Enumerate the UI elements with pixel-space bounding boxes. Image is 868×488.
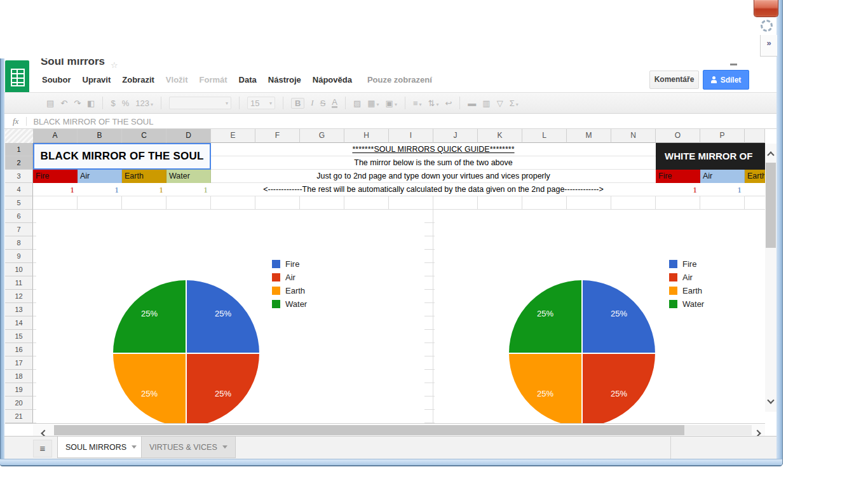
row-header-12[interactable]: 12 xyxy=(5,290,33,303)
cell-air-right[interactable]: Air xyxy=(700,170,745,183)
gear-icon[interactable] xyxy=(761,20,773,32)
horizontal-scrollbar-thumb[interactable] xyxy=(54,425,684,435)
column-header-P[interactable]: P xyxy=(700,129,745,143)
fill-color-icon[interactable]: ▨ xyxy=(353,98,361,108)
font-size-select[interactable]: 15▾ xyxy=(247,97,275,109)
tab-soul-mirrors[interactable]: SOUL MIRRORS xyxy=(57,437,145,458)
cell-earth-value[interactable]: 1 xyxy=(122,183,166,196)
paint-format-icon[interactable]: ◧ xyxy=(87,98,95,108)
column-header-D[interactable]: D xyxy=(166,129,211,143)
row-header-4[interactable]: 4 xyxy=(5,183,33,196)
column-header-partial[interactable] xyxy=(745,129,765,143)
filter-icon[interactable]: ▽ xyxy=(497,98,503,108)
row-header-5[interactable]: 5 xyxy=(5,196,33,210)
menu-zobrazit[interactable]: Zobrazit xyxy=(122,75,154,88)
column-header-E[interactable]: E xyxy=(211,129,255,143)
column-header-N[interactable]: N xyxy=(611,129,656,143)
column-header-L[interactable]: L xyxy=(522,129,567,143)
scroll-up-icon[interactable] xyxy=(768,149,773,160)
text-wrap-icon[interactable]: ↩ xyxy=(445,98,452,108)
cell-fire[interactable]: Fire xyxy=(33,170,78,183)
merge-cells-icon[interactable]: ▣▾ xyxy=(386,98,397,108)
cell-black-mirror-title[interactable]: BLACK MIRROR OF THE SOUL xyxy=(33,143,211,170)
row-header-6[interactable]: 6 xyxy=(5,210,33,223)
row-header-15[interactable]: 15 xyxy=(5,330,33,343)
column-header-B[interactable]: B xyxy=(78,129,122,143)
print-icon[interactable]: ▤ xyxy=(46,98,54,108)
row-header-16[interactable]: 16 xyxy=(5,343,33,356)
cell-white-mirror-title[interactable]: WHITE MIRROR OF xyxy=(656,143,765,170)
row-header-20[interactable]: 20 xyxy=(5,396,33,410)
row-header-14[interactable]: 14 xyxy=(5,316,33,330)
row-header-17[interactable]: 17 xyxy=(5,356,33,370)
insert-chart-icon[interactable]: ▥ xyxy=(482,98,490,108)
menu-soubor[interactable]: Soubor xyxy=(42,75,71,88)
cell-water[interactable]: Water xyxy=(166,170,211,183)
vertical-scrollbar-thumb[interactable] xyxy=(766,163,776,248)
menu-upravit[interactable]: Upravit xyxy=(83,75,111,88)
cell-guide-line-1[interactable]: *******SOUL MIRRORS QUICK GUIDE******** xyxy=(211,143,656,156)
cell-guide-line-3[interactable]: Just go to 2nd page and type down your v… xyxy=(211,170,656,183)
percent-format-icon[interactable]: % xyxy=(122,98,130,108)
column-header-K[interactable]: K xyxy=(478,129,522,143)
column-header-M[interactable]: M xyxy=(567,129,611,143)
row-header-8[interactable]: 8 xyxy=(5,236,33,250)
share-button[interactable]: Sdílet xyxy=(703,70,749,90)
menu-data[interactable]: Data xyxy=(239,75,257,88)
cell-fire-value[interactable]: 1 xyxy=(33,183,78,196)
borders-icon[interactable]: ▦▾ xyxy=(367,98,379,108)
select-all-corner[interactable] xyxy=(5,129,34,144)
horizontal-scrollbar[interactable] xyxy=(33,424,765,436)
column-header-F[interactable]: F xyxy=(255,129,300,143)
comment-icon[interactable]: ▬ xyxy=(468,98,476,108)
cell-fire-right-value[interactable]: 1 xyxy=(656,183,700,196)
all-sheets-menu-icon[interactable]: ≡ xyxy=(33,440,52,458)
cell-air-right-value[interactable]: 1 xyxy=(700,183,745,196)
tab-dropdown-icon[interactable] xyxy=(222,445,227,449)
italic-button[interactable]: I xyxy=(311,98,313,108)
functions-icon[interactable]: Σ▾ xyxy=(510,98,519,108)
text-color-button[interactable]: A xyxy=(332,98,337,108)
cell-water-value[interactable]: 1 xyxy=(166,183,211,196)
cell-air-value[interactable]: 1 xyxy=(78,183,122,196)
row-header-1[interactable]: 1 xyxy=(5,143,33,156)
pie-chart-black-mirror[interactable]: Fire Air Earth Water 25% 25% 25% 25% xyxy=(36,210,424,423)
bold-button[interactable]: B xyxy=(291,98,304,109)
column-header-O[interactable]: O xyxy=(656,129,700,143)
pie-chart-white-mirror[interactable]: Fire Air Earth Water 25% 25% 25% 25% xyxy=(435,210,765,423)
row-header-10[interactable]: 10 xyxy=(5,263,33,276)
row-header-18[interactable]: 18 xyxy=(5,370,33,383)
comments-button[interactable]: Komentáře xyxy=(649,71,699,89)
currency-format-icon[interactable]: $ xyxy=(111,98,115,108)
number-format-icon[interactable]: 123▾ xyxy=(135,98,153,108)
strikethrough-button[interactable]: S xyxy=(320,98,326,108)
menu-nastroje[interactable]: Nástroje xyxy=(268,75,301,88)
cell-earth[interactable]: Earth xyxy=(122,170,166,183)
cell-air[interactable]: Air xyxy=(78,170,122,183)
cell-guide-line-2[interactable]: The mirror below is the sum of the two a… xyxy=(211,156,656,170)
column-header-H[interactable]: H xyxy=(344,129,389,143)
doc-title[interactable]: Soul mirrors xyxy=(41,58,136,69)
scroll-down-icon[interactable] xyxy=(768,394,773,405)
cell-earth-right-partial[interactable]: Earth xyxy=(745,170,765,183)
window-close-button[interactable] xyxy=(754,0,778,17)
row-header-11[interactable]: 11 xyxy=(5,276,33,290)
column-header-G[interactable]: G xyxy=(300,129,344,143)
undo-icon[interactable]: ↶ xyxy=(60,98,67,108)
column-header-A[interactable]: A xyxy=(33,129,78,143)
spreadsheet-grid[interactable]: ABCDEFGHIJKLMNOP 12345678910111213141516… xyxy=(5,129,765,424)
tab-virtues-vices[interactable]: VIRTUES & VICES xyxy=(141,437,236,458)
row-header-2[interactable]: 2 xyxy=(5,156,33,170)
tab-dropdown-icon[interactable] xyxy=(132,445,137,449)
row-header-3[interactable]: 3 xyxy=(5,170,33,183)
horizontal-align-icon[interactable]: ≡▾ xyxy=(413,98,422,108)
cell-fire-right[interactable]: Fire xyxy=(656,170,700,183)
menu-napoveda[interactable]: Nápověda xyxy=(313,75,352,88)
column-header-I[interactable]: I xyxy=(389,129,433,143)
cell-guide-line-4[interactable]: <-------------The rest will be automatic… xyxy=(211,183,656,196)
font-family-select[interactable]: ▾ xyxy=(169,97,231,109)
row-header-7[interactable]: 7 xyxy=(5,223,33,236)
row-header-19[interactable]: 19 xyxy=(5,383,33,396)
sheets-logo-icon[interactable] xyxy=(5,60,29,94)
redo-icon[interactable]: ↷ xyxy=(74,98,81,108)
